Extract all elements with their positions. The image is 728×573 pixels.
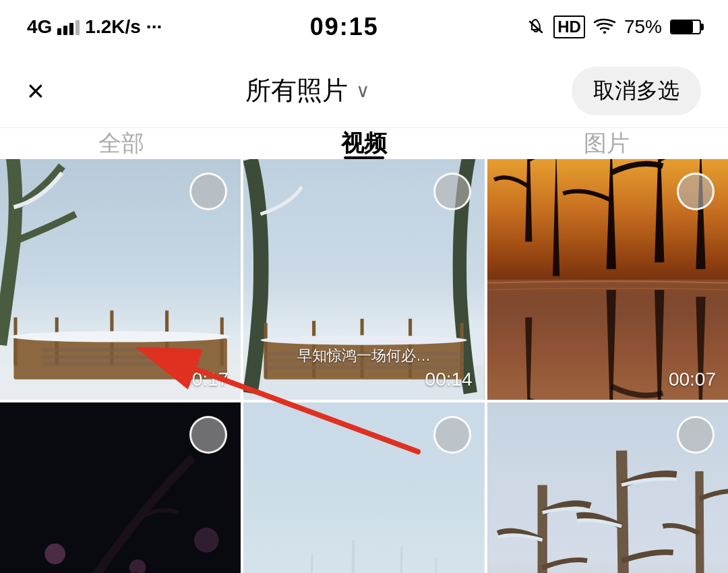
media-grid: 00:17 bbox=[0, 159, 728, 573]
status-right: HD 75% bbox=[526, 16, 701, 38]
battery-icon bbox=[670, 20, 701, 34]
svg-point-38 bbox=[194, 528, 219, 553]
svg-point-8 bbox=[10, 331, 231, 342]
svg-point-20 bbox=[261, 335, 467, 344]
tab-image-label: 图片 bbox=[584, 128, 630, 159]
media-cell-1[interactable]: 00:17 bbox=[0, 159, 241, 400]
signal-bars-icon bbox=[57, 19, 80, 35]
content-area: 全部 视频 图片 bbox=[0, 128, 728, 573]
duration-1: 00:17 bbox=[181, 369, 229, 390]
close-button[interactable]: × bbox=[27, 76, 44, 106]
album-title-text: 所有照片 bbox=[245, 73, 348, 108]
clock: 09:15 bbox=[310, 13, 379, 41]
tab-video[interactable]: 视频 bbox=[243, 128, 485, 159]
svg-rect-11 bbox=[41, 362, 200, 365]
select-circle-2[interactable] bbox=[433, 173, 471, 210]
tab-all-label: 全部 bbox=[98, 128, 144, 159]
chevron-down-icon: ∨ bbox=[356, 80, 370, 102]
nav-bar: × 所有照片 ∨ 取消多选 bbox=[0, 54, 728, 128]
svg-rect-15 bbox=[264, 323, 268, 378]
media-cell-5[interactable] bbox=[243, 402, 484, 573]
select-circle-3[interactable] bbox=[677, 173, 715, 210]
media-cell-3[interactable]: 00:07 bbox=[487, 159, 728, 400]
subtitle-text-2: 早知惊鸿一场何必… bbox=[297, 346, 431, 366]
svg-rect-3 bbox=[13, 318, 17, 365]
carrier-label: 4G bbox=[27, 16, 52, 38]
speed-label: 1.2K/s bbox=[85, 16, 141, 38]
dots-label: ··· bbox=[146, 16, 162, 38]
mute-icon bbox=[526, 18, 545, 36]
svg-rect-7 bbox=[220, 318, 224, 365]
media-cell-4[interactable] bbox=[0, 402, 241, 573]
svg-point-36 bbox=[44, 544, 65, 565]
tab-image[interactable]: 图片 bbox=[485, 128, 728, 159]
select-circle-5[interactable] bbox=[433, 416, 471, 454]
tab-video-label: 视频 bbox=[341, 128, 387, 159]
svg-rect-10 bbox=[41, 355, 200, 359]
tab-bar: 全部 视频 图片 bbox=[0, 128, 728, 159]
select-circle-1[interactable] bbox=[189, 173, 227, 210]
tab-all[interactable]: 全部 bbox=[0, 128, 243, 159]
cancel-multi-select-button[interactable]: 取消多选 bbox=[572, 67, 701, 115]
wifi-icon bbox=[593, 18, 616, 36]
hd-label: HD bbox=[553, 16, 585, 38]
duration-3: 00:07 bbox=[669, 369, 716, 390]
status-bar: 4G 1.2K/s ··· 09:15 HD 75% bbox=[0, 0, 728, 54]
media-cell-2[interactable]: 早知惊鸿一场何必… 00:14 bbox=[243, 159, 484, 400]
status-left: 4G 1.2K/s ··· bbox=[27, 16, 162, 38]
album-title[interactable]: 所有照片 ∨ bbox=[245, 73, 370, 108]
svg-rect-9 bbox=[41, 349, 200, 352]
battery-percent: 75% bbox=[624, 16, 662, 38]
media-cell-6[interactable] bbox=[487, 402, 728, 573]
select-circle-6[interactable] bbox=[677, 416, 715, 454]
duration-2: 00:14 bbox=[425, 369, 473, 390]
